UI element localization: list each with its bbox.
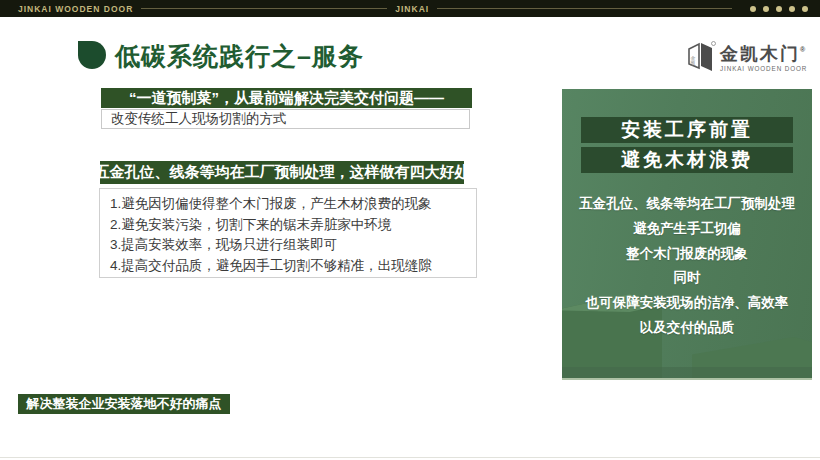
benefits-box: 1.避免因切偏使得整个木门报废，产生木材浪费的现象2.避免安装污染，切割下来的锯… bbox=[99, 188, 477, 278]
brand-name-en: JINKAI WOODEN DOOR bbox=[720, 65, 807, 72]
panel-body-line: 五金孔位、线条等均在工厂预制处理 bbox=[562, 192, 812, 217]
dot-icon bbox=[750, 6, 756, 12]
right-panel: 安装工序前置 避免木材浪费 五金孔位、线条等均在工厂预制处理避免产生手工切偏整个… bbox=[562, 89, 812, 380]
dot-icon bbox=[763, 6, 769, 12]
benefit-item: 3.提高安装效率，现场只进行组装即可 bbox=[110, 235, 476, 256]
slide-bottom-edge bbox=[0, 457, 820, 458]
panel-body: 五金孔位、线条等均在工厂预制处理避免产生手工切偏整个木门报废的现象同时也可保障安… bbox=[562, 192, 812, 341]
panel-ground-shadow bbox=[562, 367, 812, 380]
ribbon-divider-left bbox=[141, 8, 387, 9]
ribbon-dots bbox=[750, 6, 808, 12]
ribbon-divider-right bbox=[437, 8, 732, 9]
panel-body-line: 整个木门报废的现象 bbox=[562, 242, 812, 267]
benefit-item: 1.避免因切偏使得整个木门报废，产生木材浪费的现象 bbox=[110, 194, 476, 215]
note-box: 改变传统工人现场切割的方式 bbox=[101, 109, 470, 129]
brand-logo: 金凯木门® JINKAI WOODEN DOOR bbox=[686, 40, 807, 72]
benefit-item: 2.避免安装污染，切割下来的锯末弄脏家中环境 bbox=[110, 215, 476, 236]
page-title: 低碳系统践行之–服务 bbox=[115, 40, 364, 73]
panel-body-line: 避免产生手工切偏 bbox=[562, 217, 812, 242]
brand-name-cn: 金凯木门® bbox=[720, 44, 805, 64]
panel-body-line: 以及交付的品质 bbox=[562, 316, 812, 341]
banner-benefits: 五金孔位、线条等均在工厂预制处理，这样做有四大好处 bbox=[100, 161, 464, 184]
top-ribbon: JINKAI WOODEN DOOR JINKAI bbox=[0, 0, 820, 17]
dot-icon bbox=[776, 6, 782, 12]
slide: JINKAI WOODEN DOOR JINKAI 低碳系统践行之–服务 金凯木… bbox=[0, 0, 820, 460]
leaf-icon bbox=[78, 41, 106, 69]
door-icon-mini-label: 金凯 bbox=[689, 56, 697, 66]
panel-body-line: 同时 bbox=[562, 266, 812, 291]
ribbon-center-label: JINKAI bbox=[395, 4, 429, 14]
registered-mark: ® bbox=[800, 46, 805, 53]
content-divider bbox=[562, 382, 563, 457]
ribbon-left-label: JINKAI WOODEN DOOR bbox=[18, 4, 133, 14]
panel-headline-1: 安装工序前置 bbox=[581, 117, 793, 143]
benefit-item: 4.提高交付品质，避免因手工切割不够精准，出现缝隙 bbox=[110, 256, 476, 277]
panel-body-line: 也可保障安装现场的洁净、高效率 bbox=[562, 291, 812, 316]
panel-headline-2: 避免木材浪费 bbox=[581, 147, 793, 173]
dot-icon bbox=[789, 6, 795, 12]
dot-icon bbox=[802, 6, 808, 12]
banner-precast: “一道预制菜”，从最前端解决完美交付问题—— bbox=[101, 88, 472, 108]
pain-point-badge: 解决整装企业安装落地不好的痛点 bbox=[18, 394, 230, 414]
